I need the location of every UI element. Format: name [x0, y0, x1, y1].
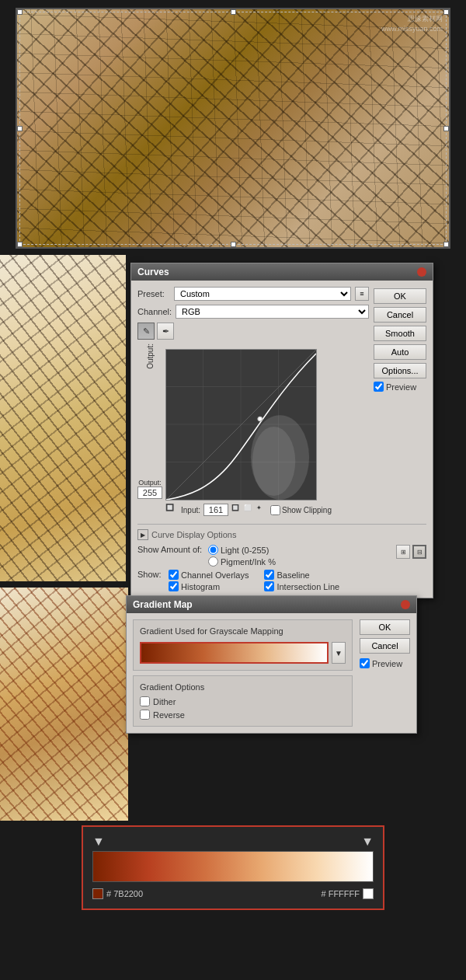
gradient-dropdown-button[interactable]: ▼ [332, 642, 346, 664]
gradient-options-title: Gradient Options [140, 682, 346, 692]
curve-display-title: Curve Display Options [151, 530, 236, 539]
right-color-value: # FFFFFF [322, 889, 360, 898]
show-clipping-label: Show Clipping [270, 505, 332, 515]
right-stop-marker-top[interactable]: ▼ [361, 835, 374, 849]
curves-close-button[interactable] [417, 267, 426, 277]
handle-bl[interactable] [17, 242, 23, 247]
handle-br[interactable] [443, 242, 449, 247]
ok-button[interactable]: OK [374, 288, 426, 304]
curve-draw-tool[interactable]: ✒ [157, 323, 174, 340]
watermark: 思缘素材网 www.missyuan.com [381, 14, 443, 33]
gradient-options-box: Gradient Options Dither Reverse [133, 675, 353, 727]
channel-label: Channel: [137, 307, 172, 316]
grid-4x4-icon[interactable]: ⊞ [396, 545, 410, 559]
gradient-map-title: Gradient Map [133, 599, 193, 610]
handle-ml[interactable] [17, 126, 23, 131]
crack-overlay-middle [0, 255, 126, 581]
auto-button[interactable]: Auto [374, 344, 426, 360]
selection-border [19, 12, 447, 245]
right-color-stop[interactable]: # FFFFFF [322, 888, 374, 899]
baseline-checkbox[interactable] [264, 570, 274, 580]
output-value-label: Output: [137, 479, 162, 487]
channel-overlays-checkbox[interactable] [169, 570, 179, 580]
curves-title: Curves [137, 267, 169, 277]
show-amount-label: Show Amount of: [137, 545, 203, 554]
bottom-crack-overlay [0, 588, 128, 821]
cancel-button[interactable]: Cancel [374, 307, 426, 323]
eyedropper-black[interactable]: 🔲 [165, 504, 178, 516]
output-value-box[interactable]: 255 [137, 487, 162, 499]
handle-mr[interactable] [443, 126, 449, 131]
gradient-preview-checkbox[interactable] [360, 658, 370, 668]
left-color-stop[interactable]: # 7B2200 [92, 888, 143, 899]
left-color-value: # 7B2200 [106, 889, 143, 898]
preview-checkbox[interactable] [374, 382, 384, 392]
gradient-map-close-button[interactable] [401, 600, 410, 609]
gradient-section-title: Gradient Used for Grayscale Mapping [140, 626, 346, 636]
gradient-map-titlebar: Gradient Map [127, 596, 416, 613]
grid-10x10-icon[interactable]: ⊟ [412, 545, 426, 559]
middle-left-image [0, 255, 126, 581]
handle-tr[interactable] [443, 9, 449, 15]
show-clipping-checkbox[interactable] [270, 505, 280, 515]
gradient-map-ok-button[interactable]: OK [360, 619, 410, 635]
gradient-map-cancel-button[interactable]: Cancel [360, 638, 410, 654]
gradient-section-box: Gradient Used for Grayscale Mapping ▼ [133, 619, 353, 671]
reverse-checkbox[interactable] [140, 710, 150, 720]
handle-tm[interactable] [231, 9, 236, 15]
gradient-editor-panel: ▼ ▼ # 7B2200 # FFFFFF [82, 825, 384, 910]
right-color-swatch [363, 888, 374, 899]
gradient-preview-bar[interactable] [140, 642, 329, 664]
input-label: Input: [181, 506, 200, 514]
output-label: Output: [146, 344, 155, 369]
eyedropper-white[interactable]: ⬜ [244, 504, 255, 515]
curve-point-tool[interactable]: ✎ [137, 323, 155, 340]
top-image-area: 思缘素材网 www.missyuan.com [16, 8, 450, 249]
left-color-swatch [92, 888, 103, 899]
curves-dialog: Curves Preset: Custom ≡ Channel: [130, 263, 433, 598]
curves-titlebar: Curves [131, 263, 433, 281]
bottom-left-image [0, 588, 128, 821]
gradient-map-dialog: Gradient Map Gradient Used for Grayscale… [126, 595, 417, 734]
curves-graph[interactable] [165, 349, 317, 500]
dither-checkbox[interactable] [140, 696, 150, 706]
light-radio[interactable] [208, 545, 218, 555]
handle-bm[interactable] [231, 242, 236, 247]
channel-select[interactable]: RGB [176, 305, 369, 319]
options-button[interactable]: Options... [374, 363, 426, 378]
eyedropper-sample[interactable]: ✦ [256, 504, 267, 515]
preview-label: Preview [374, 382, 426, 392]
preset-select[interactable]: Custom [174, 287, 351, 301]
pigment-radio[interactable] [208, 556, 218, 567]
svg-point-8 [252, 427, 295, 496]
handle-tl[interactable] [17, 9, 23, 15]
preset-label: Preset: [137, 289, 170, 298]
gradient-bar[interactable] [92, 851, 374, 882]
preset-options-icon[interactable]: ≡ [355, 287, 369, 301]
curve-display-toggle[interactable]: ▶ [137, 529, 148, 540]
eyedropper-gray[interactable]: 🔲 [231, 504, 242, 515]
input-value-box[interactable]: 161 [203, 504, 228, 516]
svg-point-9 [258, 417, 263, 421]
smooth-button[interactable]: Smooth [374, 326, 426, 341]
grid-svg [166, 350, 316, 500]
left-stop-marker-top[interactable]: ▼ [92, 835, 105, 849]
